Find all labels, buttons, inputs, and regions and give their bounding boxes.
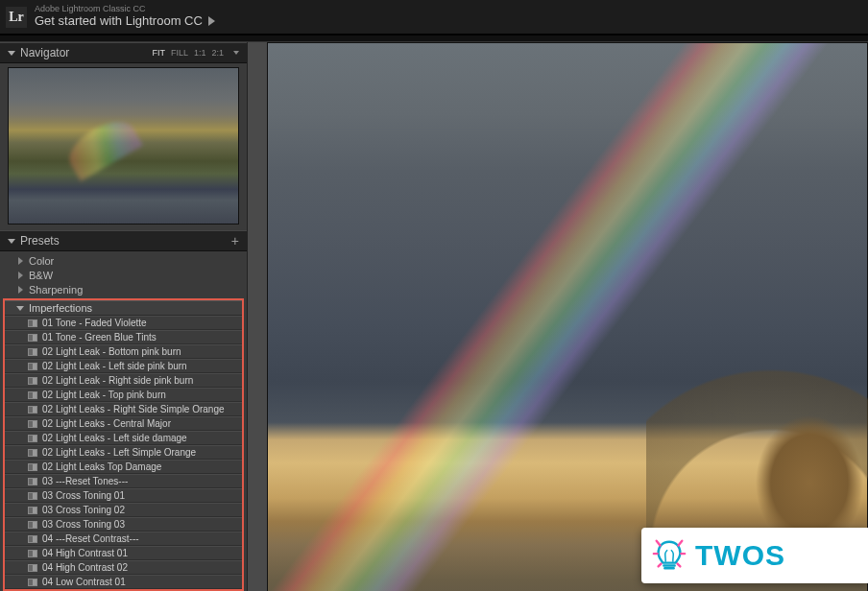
preset-item-label: 02 Light Leak - Left side pink burn <box>42 361 187 371</box>
preset-icon <box>28 377 37 385</box>
preset-item-label: 01 Tone - Green Blue Tints <box>42 332 157 343</box>
watermark-text: TWOS <box>695 539 785 572</box>
preset-icon <box>28 334 37 342</box>
preset-group-label: B&W <box>29 270 53 281</box>
preset-item[interactable]: 02 Light Leak - Right side pink burn <box>5 373 242 388</box>
preset-icon <box>28 478 37 485</box>
app-name-large[interactable]: Get started with Lightroom CC <box>35 14 215 28</box>
chevron-down-icon <box>16 306 24 311</box>
navigator-header[interactable]: Navigator FIT FILL 1:1 2:1 <box>0 42 247 63</box>
content-area <box>248 42 868 591</box>
preset-item-label: 04 High Contrast 01 <box>42 548 128 558</box>
left-panel: Navigator FIT FILL 1:1 2:1 Presets + Col… <box>0 42 248 591</box>
chevron-down-icon <box>8 239 15 244</box>
preset-list: 01 Tone - Faded Violette01 Tone - Green … <box>5 316 242 589</box>
preset-group-label: Sharpening <box>29 284 83 296</box>
nav-mode-fit[interactable]: FIT <box>152 48 165 58</box>
title-block: Adobe Lightroom Classic CC Get started w… <box>35 5 215 28</box>
preset-item-label: 03 Cross Toning 03 <box>42 519 125 530</box>
presets-highlighted-group: Imperfections 01 Tone - Faded Violette01… <box>3 298 244 591</box>
preset-item[interactable]: 02 Light Leak - Left side pink burn <box>5 359 242 373</box>
preset-icon <box>28 463 37 471</box>
preset-group-sharpening[interactable]: Sharpening <box>0 282 247 296</box>
play-icon <box>208 16 215 26</box>
watermark-overlay: TWOS <box>641 528 868 583</box>
preset-item[interactable]: 03 Cross Toning 02 <box>5 503 242 517</box>
preset-item-label: 03 ---Reset Tones--- <box>42 476 128 486</box>
preset-item[interactable]: 02 Light Leaks Top Damage <box>5 460 242 474</box>
nav-mode-fill[interactable]: FILL <box>171 48 188 58</box>
preset-icon <box>28 521 37 529</box>
preset-group-bw[interactable]: B&W <box>0 268 247 282</box>
main-area: Navigator FIT FILL 1:1 2:1 Presets + Col… <box>0 42 868 591</box>
presets-title: Presets <box>20 234 60 248</box>
preset-item-label: 02 Light Leaks - Left side damage <box>42 433 187 443</box>
preset-item[interactable]: 01 Tone - Green Blue Tints <box>5 330 242 344</box>
preset-item-label: 02 Light Leaks - Left Simple Orange <box>42 447 196 458</box>
preset-item[interactable]: 03 Cross Toning 01 <box>5 488 242 503</box>
preset-item[interactable]: 02 Light Leak - Top pink burn <box>5 388 242 402</box>
chevron-right-icon <box>18 286 23 294</box>
preset-item[interactable]: 04 Low Contrast 01 <box>5 575 242 589</box>
navigator-title: Navigator <box>20 46 69 59</box>
preset-icon <box>28 406 37 414</box>
preset-group-label: Color <box>29 255 54 267</box>
preset-item-label: 03 Cross Toning 01 <box>42 490 125 501</box>
preset-group-label: Imperfections <box>29 302 92 314</box>
preset-item[interactable]: 01 Tone - Faded Violette <box>5 316 242 330</box>
preset-item-label: 02 Light Leaks Top Damage <box>42 461 161 472</box>
preset-item-label: 02 Light Leak - Top pink burn <box>42 390 166 400</box>
preset-item[interactable]: 02 Light Leaks - Central Major <box>5 416 242 431</box>
preset-item[interactable]: 04 ---Reset Contrast--- <box>5 532 242 546</box>
chevron-right-icon <box>18 272 23 279</box>
preset-groups: Color B&W Sharpening <box>0 251 247 298</box>
preset-item-label: 04 ---Reset Contrast--- <box>42 533 139 544</box>
chevron-down-icon <box>8 51 15 56</box>
preset-icon <box>28 435 37 442</box>
preset-item[interactable]: 02 Light Leaks - Left Simple Orange <box>5 445 242 460</box>
preset-icon <box>28 564 37 572</box>
nav-mode-1to1[interactable]: 1:1 <box>194 48 206 58</box>
preset-icon <box>28 449 37 457</box>
preset-icon <box>28 507 37 514</box>
navigator-preview[interactable] <box>8 67 239 225</box>
preset-item-label: 02 Light Leaks - Central Major <box>42 418 171 429</box>
main-photo[interactable] <box>267 42 868 591</box>
preset-item-label: 02 Light Leaks - Right Side Simple Orang… <box>42 404 225 414</box>
add-preset-icon[interactable]: + <box>231 234 239 248</box>
preset-item[interactable]: 03 Cross Toning 03 <box>5 517 242 532</box>
preset-icon <box>28 391 37 399</box>
toolbar-separator <box>0 35 868 42</box>
preset-item-label: 01 Tone - Faded Violette <box>42 318 147 328</box>
preset-item[interactable]: 04 High Contrast 01 <box>5 546 242 560</box>
preset-item-label: 03 Cross Toning 02 <box>42 505 125 515</box>
preset-icon <box>28 420 37 428</box>
nav-mode-2to1[interactable]: 2:1 <box>211 48 224 58</box>
chevron-down-icon[interactable] <box>233 51 239 55</box>
preset-item[interactable]: 03 ---Reset Tones--- <box>5 474 242 488</box>
preset-group-imperfections[interactable]: Imperfections <box>5 300 242 316</box>
chevron-right-icon <box>18 257 23 265</box>
preset-item-label: 02 Light Leak - Bottom pink burn <box>42 346 181 357</box>
preset-item-label: 02 Light Leak - Right side pink burn <box>42 375 193 386</box>
navigator-modes[interactable]: FIT FILL 1:1 2:1 <box>152 48 239 58</box>
preset-icon <box>28 363 37 370</box>
presets-header[interactable]: Presets + <box>0 230 247 251</box>
app-title-bar: Lr Adobe Lightroom Classic CC Get starte… <box>0 0 868 35</box>
preset-item-label: 04 High Contrast 02 <box>42 562 128 573</box>
preset-item[interactable]: 04 High Contrast 02 <box>5 560 242 575</box>
app-logo: Lr <box>6 7 27 28</box>
preset-icon <box>28 492 37 500</box>
preset-icon <box>28 535 37 543</box>
lightbulb-icon <box>651 537 687 574</box>
preset-item[interactable]: 02 Light Leaks - Right Side Simple Orang… <box>5 402 242 416</box>
preset-icon <box>28 550 37 557</box>
preset-icon <box>28 348 37 356</box>
preset-icon <box>28 319 37 327</box>
preset-item[interactable]: 02 Light Leak - Bottom pink burn <box>5 344 242 359</box>
preset-group-color[interactable]: Color <box>0 253 247 268</box>
app-name-large-text: Get started with Lightroom CC <box>35 14 203 28</box>
preset-item-label: 04 Low Contrast 01 <box>42 577 126 587</box>
preset-icon <box>28 579 37 586</box>
preset-item[interactable]: 02 Light Leaks - Left side damage <box>5 431 242 445</box>
